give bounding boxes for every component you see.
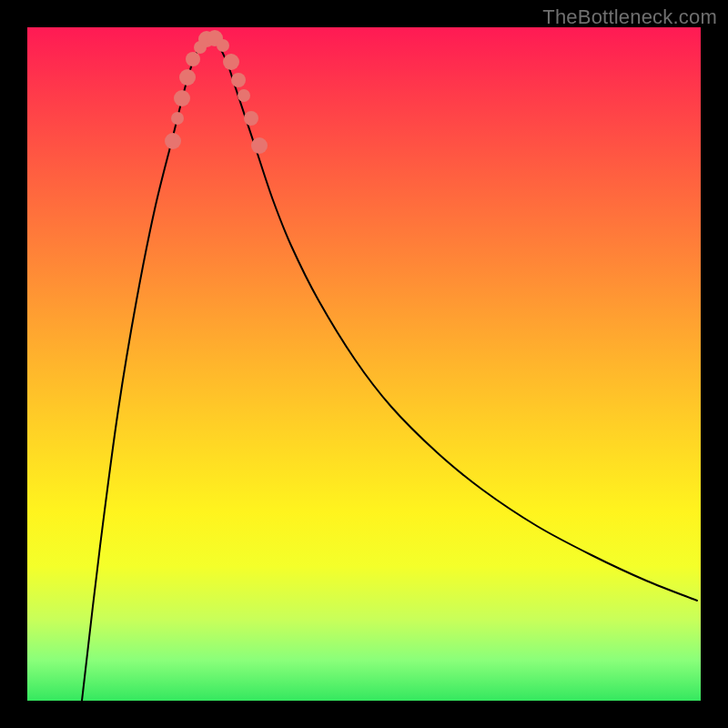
chart-frame <box>27 27 701 701</box>
curve-marker <box>165 133 181 149</box>
curve-marker <box>217 39 229 52</box>
curve-marker <box>244 111 258 126</box>
curve-marker <box>231 73 246 87</box>
curve-marker <box>223 54 239 70</box>
curve-marker <box>171 112 184 125</box>
chart-plot <box>27 27 701 701</box>
watermark-text: TheBottleneck.com <box>542 5 717 29</box>
curve-marker <box>179 69 196 86</box>
curve-marker <box>174 90 190 106</box>
curve-marker <box>238 89 250 102</box>
curve-marker <box>251 137 268 154</box>
curve-marker <box>186 52 200 66</box>
